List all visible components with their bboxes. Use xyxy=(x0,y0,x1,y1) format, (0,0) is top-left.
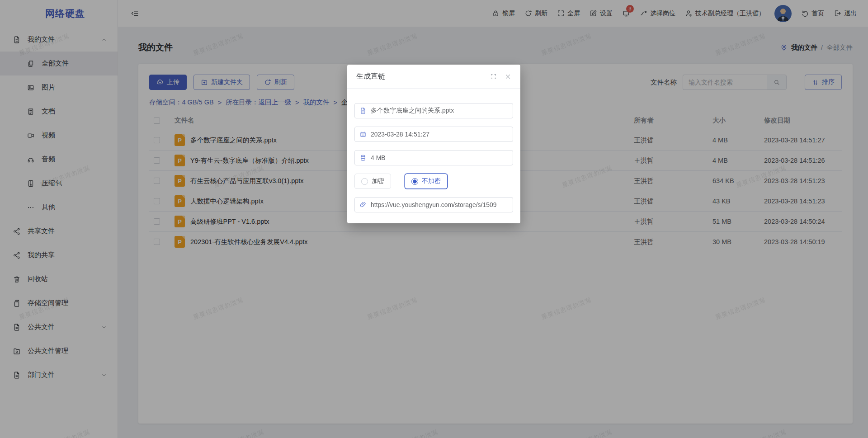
file-date-field[interactable]: 2023-03-28 14:51:27 xyxy=(354,127,513,142)
maximize-dialog-button[interactable] xyxy=(490,73,497,80)
file-name-value: 多个数字底座之间的关系.pptx xyxy=(371,107,454,115)
radio-icon xyxy=(361,178,368,185)
no-encrypt-radio[interactable]: 不加密 xyxy=(405,174,448,189)
file-name-field[interactable]: 多个数字底座之间的关系.pptx xyxy=(354,103,513,118)
radio-selected-icon xyxy=(411,178,418,185)
file-size-field[interactable]: 4 MB xyxy=(354,150,513,165)
direct-link-value: https://vue.youshengyun.com/storage/s/15… xyxy=(371,201,497,208)
database-icon xyxy=(359,154,367,161)
expand-icon xyxy=(490,73,497,80)
file-size-value: 4 MB xyxy=(371,154,386,161)
paperclip-icon xyxy=(359,201,367,208)
dialog-tools xyxy=(490,73,511,80)
file-icon xyxy=(359,107,367,114)
encrypt-radio[interactable]: 加密 xyxy=(354,174,391,189)
close-dialog-button[interactable] xyxy=(505,73,511,80)
encryption-options: 加密 不加密 xyxy=(354,174,513,189)
calendar-icon xyxy=(359,131,367,138)
generate-link-dialog: 生成直链 多个数字底座之间的关系.pptx 2023-03-28 14:51:2… xyxy=(347,65,520,223)
app-root: 网络硬盘 我的文件 全部文件 图片 文档 视频 xyxy=(0,0,868,438)
dialog-body: 多个数字底座之间的关系.pptx 2023-03-28 14:51:27 4 M… xyxy=(347,89,520,212)
dialog-title: 生成直链 xyxy=(356,72,385,81)
close-icon xyxy=(505,73,511,80)
file-date-value: 2023-03-28 14:51:27 xyxy=(371,131,429,138)
direct-link-field[interactable]: https://vue.youshengyun.com/storage/s/15… xyxy=(354,197,513,212)
dialog-header: 生成直链 xyxy=(347,65,520,89)
